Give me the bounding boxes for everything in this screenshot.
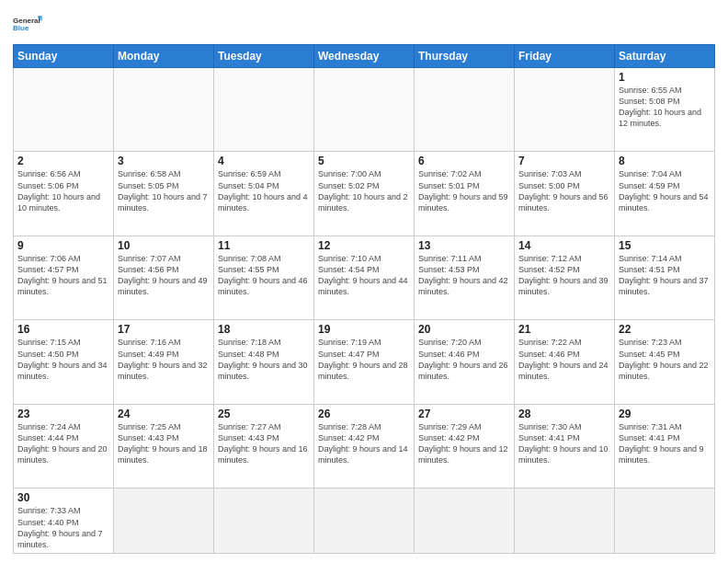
calendar-header-sunday: Sunday xyxy=(14,45,114,68)
calendar-cell: 1Sunrise: 6:55 AM Sunset: 5:08 PM Daylig… xyxy=(615,68,715,152)
calendar-cell xyxy=(114,488,214,554)
calendar-cell: 18Sunrise: 7:18 AM Sunset: 4:48 PM Dayli… xyxy=(214,320,314,404)
day-number: 19 xyxy=(318,323,410,336)
calendar-cell xyxy=(515,68,615,152)
calendar-cell xyxy=(415,68,515,152)
day-number: 14 xyxy=(518,239,610,252)
calendar-header-wednesday: Wednesday xyxy=(314,45,415,68)
day-number: 17 xyxy=(118,323,210,336)
calendar-week-4: 23Sunrise: 7:24 AM Sunset: 4:44 PM Dayli… xyxy=(14,404,715,488)
day-number: 6 xyxy=(418,155,510,167)
calendar-cell xyxy=(615,488,715,554)
day-number: 26 xyxy=(318,408,410,420)
day-info: Sunrise: 7:16 AM Sunset: 4:49 PM Dayligh… xyxy=(118,337,210,382)
day-info: Sunrise: 6:55 AM Sunset: 5:08 PM Dayligh… xyxy=(619,85,711,130)
day-info: Sunrise: 7:30 AM Sunset: 4:41 PM Dayligh… xyxy=(518,421,610,466)
day-number: 1 xyxy=(619,71,711,84)
calendar-cell xyxy=(214,488,314,554)
day-number: 25 xyxy=(218,408,310,420)
calendar-week-0: 1Sunrise: 6:55 AM Sunset: 5:08 PM Daylig… xyxy=(14,68,715,152)
day-number: 30 xyxy=(17,491,109,504)
day-info: Sunrise: 7:11 AM Sunset: 4:53 PM Dayligh… xyxy=(418,253,510,298)
calendar-cell: 11Sunrise: 7:08 AM Sunset: 4:55 PM Dayli… xyxy=(214,236,314,319)
day-number: 10 xyxy=(118,239,210,252)
day-info: Sunrise: 7:07 AM Sunset: 4:56 PM Dayligh… xyxy=(118,253,210,298)
day-info: Sunrise: 7:06 AM Sunset: 4:57 PM Dayligh… xyxy=(17,253,109,298)
day-info: Sunrise: 7:33 AM Sunset: 4:40 PM Dayligh… xyxy=(17,505,109,550)
day-info: Sunrise: 7:14 AM Sunset: 4:51 PM Dayligh… xyxy=(619,253,711,298)
day-info: Sunrise: 7:08 AM Sunset: 4:55 PM Dayligh… xyxy=(218,253,310,298)
calendar-header-row: SundayMondayTuesdayWednesdayThursdayFrid… xyxy=(14,45,715,68)
day-number: 9 xyxy=(17,239,109,252)
calendar-cell: 9Sunrise: 7:06 AM Sunset: 4:57 PM Daylig… xyxy=(14,236,114,319)
day-info: Sunrise: 7:27 AM Sunset: 4:43 PM Dayligh… xyxy=(218,421,310,466)
day-info: Sunrise: 7:31 AM Sunset: 4:41 PM Dayligh… xyxy=(619,421,711,466)
calendar-cell: 7Sunrise: 7:03 AM Sunset: 5:00 PM Daylig… xyxy=(515,152,615,236)
page: General Blue SundayMondayTuesdayWednesda… xyxy=(0,0,728,563)
day-info: Sunrise: 7:00 AM Sunset: 5:02 PM Dayligh… xyxy=(318,168,410,213)
day-info: Sunrise: 7:25 AM Sunset: 4:43 PM Dayligh… xyxy=(118,421,210,466)
calendar-cell: 2Sunrise: 6:56 AM Sunset: 5:06 PM Daylig… xyxy=(14,152,114,236)
day-number: 15 xyxy=(619,239,711,252)
day-number: 21 xyxy=(518,323,610,336)
calendar-cell xyxy=(114,68,214,152)
day-number: 18 xyxy=(218,323,310,336)
logo-svg: General Blue xyxy=(13,9,42,39)
calendar-cell: 30Sunrise: 7:33 AM Sunset: 4:40 PM Dayli… xyxy=(14,488,114,554)
calendar-cell: 24Sunrise: 7:25 AM Sunset: 4:43 PM Dayli… xyxy=(114,404,214,488)
calendar-table: SundayMondayTuesdayWednesdayThursdayFrid… xyxy=(13,44,715,554)
calendar-week-5: 30Sunrise: 7:33 AM Sunset: 4:40 PM Dayli… xyxy=(14,488,715,554)
calendar-cell: 16Sunrise: 7:15 AM Sunset: 4:50 PM Dayli… xyxy=(14,320,114,404)
logo: General Blue xyxy=(13,9,42,39)
calendar-cell: 12Sunrise: 7:10 AM Sunset: 4:54 PM Dayli… xyxy=(314,236,415,319)
day-info: Sunrise: 7:29 AM Sunset: 4:42 PM Dayligh… xyxy=(418,421,510,466)
calendar-week-1: 2Sunrise: 6:56 AM Sunset: 5:06 PM Daylig… xyxy=(14,152,715,236)
day-info: Sunrise: 7:15 AM Sunset: 4:50 PM Dayligh… xyxy=(17,337,109,382)
calendar-header-saturday: Saturday xyxy=(615,45,715,68)
day-info: Sunrise: 7:03 AM Sunset: 5:00 PM Dayligh… xyxy=(518,168,610,213)
calendar-cell: 14Sunrise: 7:12 AM Sunset: 4:52 PM Dayli… xyxy=(515,236,615,319)
day-number: 12 xyxy=(318,239,410,252)
day-number: 16 xyxy=(17,323,109,336)
calendar-header-thursday: Thursday xyxy=(415,45,515,68)
calendar-cell xyxy=(314,68,415,152)
calendar-cell: 23Sunrise: 7:24 AM Sunset: 4:44 PM Dayli… xyxy=(14,404,114,488)
day-info: Sunrise: 7:22 AM Sunset: 4:46 PM Dayligh… xyxy=(518,337,610,382)
calendar-cell xyxy=(314,488,415,554)
day-number: 20 xyxy=(418,323,510,336)
calendar-week-2: 9Sunrise: 7:06 AM Sunset: 4:57 PM Daylig… xyxy=(14,236,715,319)
calendar-cell xyxy=(214,68,314,152)
calendar-cell: 28Sunrise: 7:30 AM Sunset: 4:41 PM Dayli… xyxy=(515,404,615,488)
calendar-cell: 5Sunrise: 7:00 AM Sunset: 5:02 PM Daylig… xyxy=(314,152,415,236)
calendar-header-tuesday: Tuesday xyxy=(214,45,314,68)
calendar-header-monday: Monday xyxy=(114,45,214,68)
calendar-cell: 27Sunrise: 7:29 AM Sunset: 4:42 PM Dayli… xyxy=(415,404,515,488)
day-info: Sunrise: 7:12 AM Sunset: 4:52 PM Dayligh… xyxy=(518,253,610,298)
day-info: Sunrise: 7:19 AM Sunset: 4:47 PM Dayligh… xyxy=(318,337,410,382)
calendar-cell xyxy=(415,488,515,554)
calendar-cell: 10Sunrise: 7:07 AM Sunset: 4:56 PM Dayli… xyxy=(114,236,214,319)
header: General Blue xyxy=(13,9,715,39)
day-number: 23 xyxy=(17,408,109,420)
day-number: 7 xyxy=(518,155,610,167)
calendar-cell: 25Sunrise: 7:27 AM Sunset: 4:43 PM Dayli… xyxy=(214,404,314,488)
day-number: 22 xyxy=(619,323,711,336)
day-number: 5 xyxy=(318,155,410,167)
day-number: 3 xyxy=(118,155,210,167)
day-info: Sunrise: 6:58 AM Sunset: 5:05 PM Dayligh… xyxy=(118,168,210,213)
calendar-cell: 26Sunrise: 7:28 AM Sunset: 4:42 PM Dayli… xyxy=(314,404,415,488)
day-info: Sunrise: 7:10 AM Sunset: 4:54 PM Dayligh… xyxy=(318,253,410,298)
day-number: 8 xyxy=(619,155,711,167)
day-number: 29 xyxy=(619,408,711,420)
day-info: Sunrise: 7:20 AM Sunset: 4:46 PM Dayligh… xyxy=(418,337,510,382)
calendar-cell: 13Sunrise: 7:11 AM Sunset: 4:53 PM Dayli… xyxy=(415,236,515,319)
calendar-header-friday: Friday xyxy=(515,45,615,68)
day-info: Sunrise: 7:28 AM Sunset: 4:42 PM Dayligh… xyxy=(318,421,410,466)
calendar-cell: 21Sunrise: 7:22 AM Sunset: 4:46 PM Dayli… xyxy=(515,320,615,404)
day-info: Sunrise: 6:56 AM Sunset: 5:06 PM Dayligh… xyxy=(17,168,109,213)
calendar-cell xyxy=(14,68,114,152)
day-number: 13 xyxy=(418,239,510,252)
svg-text:Blue: Blue xyxy=(13,24,29,32)
day-info: Sunrise: 7:18 AM Sunset: 4:48 PM Dayligh… xyxy=(218,337,310,382)
day-number: 4 xyxy=(218,155,310,167)
